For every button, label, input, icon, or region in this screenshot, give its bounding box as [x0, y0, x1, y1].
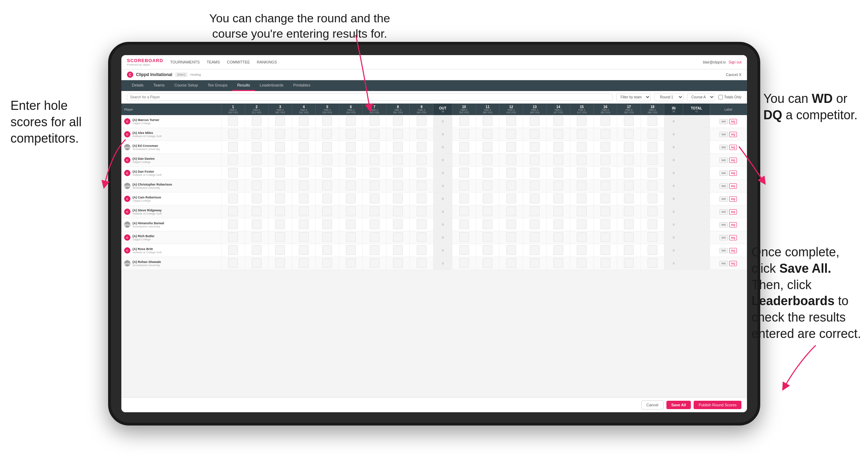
- hole-5-score[interactable]: [316, 257, 339, 270]
- score-input[interactable]: [370, 258, 379, 268]
- score-input[interactable]: [459, 245, 469, 255]
- score-input[interactable]: [275, 232, 285, 242]
- dq-button[interactable]: DQ: [729, 222, 737, 227]
- score-input[interactable]: [648, 219, 657, 229]
- hole-14-score[interactable]: [546, 257, 570, 270]
- score-input[interactable]: [553, 206, 563, 216]
- hole-7-score[interactable]: [363, 141, 386, 154]
- dq-button[interactable]: DQ: [729, 171, 737, 176]
- hole-9-score[interactable]: [410, 244, 433, 257]
- hole-5-score[interactable]: [316, 128, 339, 141]
- hole-4-score[interactable]: [292, 257, 316, 270]
- hole-3-score[interactable]: [269, 205, 292, 218]
- score-input[interactable]: [601, 155, 610, 165]
- hole-12-score[interactable]: [499, 231, 523, 244]
- score-input[interactable]: [624, 206, 634, 216]
- hole-5-score[interactable]: [316, 167, 339, 180]
- wd-button[interactable]: WD: [719, 209, 727, 214]
- score-input[interactable]: [275, 168, 285, 178]
- hole-13-score[interactable]: [523, 154, 546, 167]
- dq-button[interactable]: DQ: [729, 183, 737, 189]
- score-input[interactable]: [553, 258, 563, 268]
- score-input[interactable]: [483, 129, 492, 139]
- score-input[interactable]: [346, 219, 356, 229]
- hole-1-score[interactable]: [221, 154, 245, 167]
- score-input[interactable]: [417, 181, 427, 190]
- score-input[interactable]: [322, 194, 332, 203]
- score-input[interactable]: [506, 168, 516, 178]
- score-input[interactable]: [506, 155, 516, 165]
- score-input[interactable]: [322, 258, 332, 268]
- score-input[interactable]: [346, 181, 356, 190]
- score-input[interactable]: [417, 258, 427, 268]
- hole-5-score[interactable]: [316, 244, 339, 257]
- score-input[interactable]: [648, 258, 657, 268]
- score-input[interactable]: [506, 232, 516, 242]
- score-input[interactable]: [252, 245, 262, 255]
- search-player-input[interactable]: [127, 93, 613, 101]
- hole-18-score[interactable]: [641, 257, 664, 270]
- hole-3-score[interactable]: [269, 128, 292, 141]
- score-input[interactable]: [506, 206, 516, 216]
- score-input[interactable]: [506, 245, 516, 255]
- hole-2-score[interactable]: [245, 167, 269, 180]
- hole-1-score[interactable]: [221, 257, 245, 270]
- dq-button[interactable]: DQ: [729, 119, 737, 124]
- hole-16-score[interactable]: [594, 193, 617, 205]
- hole-5-score[interactable]: [316, 218, 339, 231]
- score-input[interactable]: [299, 245, 309, 255]
- hole-9-score[interactable]: [410, 231, 433, 244]
- score-input[interactable]: [417, 142, 427, 152]
- score-input[interactable]: [553, 155, 563, 165]
- hole-18-score[interactable]: [641, 218, 664, 231]
- score-input[interactable]: [483, 232, 492, 242]
- hole-5-score[interactable]: [316, 205, 339, 218]
- score-input[interactable]: [299, 116, 309, 126]
- score-input[interactable]: [577, 168, 587, 178]
- score-input[interactable]: [553, 168, 563, 178]
- wd-button[interactable]: WD: [719, 171, 727, 176]
- score-input[interactable]: [252, 181, 262, 190]
- hole-18-score[interactable]: [641, 128, 664, 141]
- score-input[interactable]: [648, 155, 657, 165]
- score-input[interactable]: [393, 232, 403, 242]
- hole-15-score[interactable]: [570, 128, 594, 141]
- nav-rankings[interactable]: RANKINGS: [257, 60, 277, 64]
- score-input[interactable]: [601, 142, 610, 152]
- score-input[interactable]: [228, 206, 238, 216]
- hole-10-score[interactable]: [452, 257, 476, 270]
- wd-button[interactable]: WD: [719, 132, 727, 137]
- score-input[interactable]: [393, 142, 403, 152]
- hole-10-score[interactable]: [452, 205, 476, 218]
- hole-14-score[interactable]: [546, 193, 570, 205]
- hole-1-score[interactable]: [221, 244, 245, 257]
- hole-2-score[interactable]: [245, 115, 269, 128]
- score-input[interactable]: [648, 245, 657, 255]
- score-input[interactable]: [553, 245, 563, 255]
- hole-11-score[interactable]: [476, 167, 499, 180]
- hole-4-score[interactable]: [292, 244, 316, 257]
- score-input[interactable]: [553, 219, 563, 229]
- score-input[interactable]: [577, 155, 587, 165]
- score-input[interactable]: [506, 258, 516, 268]
- hole-6-score[interactable]: [339, 167, 363, 180]
- hole-12-score[interactable]: [499, 180, 523, 193]
- hole-17-score[interactable]: [617, 154, 641, 167]
- hole-11-score[interactable]: [476, 257, 499, 270]
- tab-teams[interactable]: Teams: [149, 80, 169, 91]
- hole-3-score[interactable]: [269, 244, 292, 257]
- score-input[interactable]: [577, 129, 587, 139]
- hole-3-score[interactable]: [269, 154, 292, 167]
- hole-17-score[interactable]: [617, 115, 641, 128]
- hole-16-score[interactable]: [594, 115, 617, 128]
- hole-17-score[interactable]: [617, 205, 641, 218]
- score-input[interactable]: [624, 168, 634, 178]
- hole-4-score[interactable]: [292, 231, 316, 244]
- hole-15-score[interactable]: [570, 218, 594, 231]
- hole-4-score[interactable]: [292, 218, 316, 231]
- score-input[interactable]: [393, 206, 403, 216]
- score-input[interactable]: [370, 245, 379, 255]
- hole-4-score[interactable]: [292, 167, 316, 180]
- score-input[interactable]: [370, 116, 379, 126]
- score-input[interactable]: [322, 129, 332, 139]
